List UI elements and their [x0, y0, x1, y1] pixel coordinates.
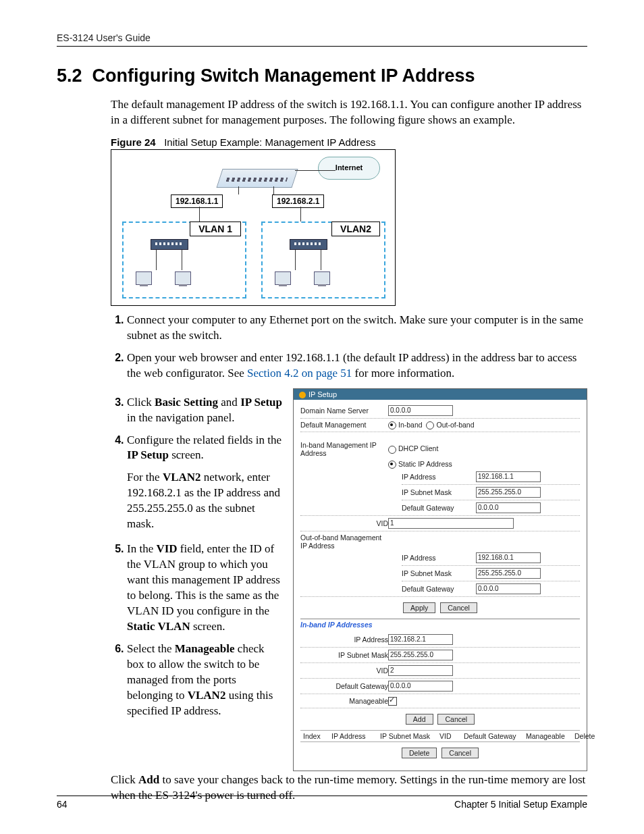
add-button[interactable]: Add	[406, 714, 433, 725]
radio-dhcp[interactable]	[388, 446, 396, 454]
two-column-region: Click Basic Setting and IP Setup in the …	[57, 388, 587, 771]
label-inband-hdr: In-band Management IP Address	[300, 441, 388, 457]
ip-label-2: 192.168.2.1	[272, 194, 324, 208]
outband-gw-input[interactable]: 0.0.0.0	[476, 583, 541, 594]
page-footer: 64 Chapter 5 Initial Setup Example	[57, 796, 587, 810]
radio-static[interactable]	[388, 461, 396, 469]
outband-ip-input[interactable]: 192.168.0.1	[476, 552, 541, 563]
mini-switch-icon	[290, 239, 327, 250]
diagram-link	[295, 170, 336, 171]
titlebar-dot-icon	[299, 392, 306, 398]
chapter-label: Chapter 5 Initial Setup Example	[454, 799, 587, 810]
step-3: Click Basic Setting and IP Setup in the …	[127, 395, 286, 426]
delete-button[interactable]: Delete	[402, 748, 437, 758]
inband-vid-input[interactable]: 1	[388, 518, 514, 529]
dns-input[interactable]: 0.0.0.0	[388, 405, 453, 416]
add-ip-input[interactable]: 192.168.2.1	[388, 634, 453, 645]
step-5: In the VID field, enter the ID of the VL…	[127, 542, 286, 635]
label-outband-hdr: Out-of-band Management IP Address	[300, 533, 388, 550]
ip-setup-screenshot: IP Setup Domain Name Server 0.0.0.0 Defa…	[293, 388, 587, 771]
figure-caption: Figure 24 Initial Setup Example: Managem…	[111, 136, 587, 148]
cancel-button[interactable]: Cancel	[440, 602, 477, 613]
diagram-link	[295, 250, 296, 270]
address-table-header: Index IP Address IP Subnet Mask VID Defa…	[300, 730, 580, 742]
cancel-button-3[interactable]: Cancel	[441, 748, 479, 758]
add-mask-input[interactable]: 255.255.255.0	[388, 650, 453, 660]
inband-addresses-header: In-band IP Addresses	[300, 619, 580, 629]
manageable-checkbox[interactable]	[388, 697, 397, 706]
internet-cloud-icon: Internet	[318, 157, 380, 180]
apply-button[interactable]: Apply	[403, 602, 435, 613]
xref-link[interactable]: Section 4.2 on page 51	[247, 367, 352, 380]
diagram-link	[300, 207, 301, 221]
diagram-link	[156, 250, 157, 270]
running-header: ES-3124 User's Guide	[57, 32, 587, 47]
label-dns: Domain Name Server	[300, 407, 388, 415]
steps-column: Click Basic Setting and IP Setup in the …	[57, 388, 286, 771]
label-gw: Default Gateway	[402, 504, 476, 512]
label-ip: IP Address	[402, 473, 476, 481]
diagram-link	[273, 186, 274, 194]
label-default-mgmt: Default Management	[300, 421, 388, 429]
vlan2-label: VLAN2	[331, 221, 380, 236]
section-title-text: Configuring Switch Management IP Address	[92, 66, 475, 86]
label-mask: IP Subnet Mask	[402, 488, 476, 496]
mini-switch-icon	[151, 239, 188, 250]
vlan1-area: VLAN 1	[122, 221, 246, 298]
page: ES-3124 User's Guide 5.2 Configuring Swi…	[0, 0, 644, 834]
inband-mask-input[interactable]: 255.255.255.0	[476, 487, 541, 498]
ip-label-1: 192.168.1.1	[171, 194, 223, 208]
step-2: Open your web browser and enter 192.168.…	[127, 350, 587, 382]
step-6: Select the Manageable check box to allow…	[127, 642, 286, 719]
inband-gw-input[interactable]: 0.0.0.0	[476, 502, 541, 513]
step-1: Connect your computer to any Ethernet po…	[127, 313, 587, 344]
ip-setup-title: IP Setup	[308, 390, 337, 398]
step-4: Configure the related fields in the IP S…	[127, 433, 286, 533]
radio-outband[interactable]	[426, 421, 434, 429]
vlan2-area: VLAN2	[261, 221, 385, 298]
label-vid: VID	[300, 519, 388, 527]
pc-icon	[275, 271, 291, 285]
pc-icon	[314, 271, 330, 285]
section-number: 5.2	[57, 66, 82, 86]
ip-setup-titlebar: IP Setup	[294, 389, 587, 400]
pc-icon	[175, 271, 191, 285]
figure-caption-text: Initial Setup Example: Management IP Add…	[164, 136, 375, 148]
diagram-link	[238, 186, 239, 194]
switch-icon	[216, 169, 298, 188]
diagram-link	[182, 250, 182, 270]
diagram-link	[199, 207, 200, 221]
add-vid-input[interactable]: 2	[388, 665, 453, 676]
vlan1-label: VLAN 1	[190, 221, 241, 236]
figure24-diagram: Internet 192.168.1.1 192.168.2.1 VLAN 1 …	[111, 149, 396, 306]
outband-mask-input[interactable]: 255.255.255.0	[476, 568, 541, 579]
add-gw-input[interactable]: 0.0.0.0	[388, 681, 453, 692]
page-number: 64	[57, 799, 68, 810]
intro-paragraph: The default management IP address of the…	[57, 97, 587, 128]
ip-setup-body: Domain Name Server 0.0.0.0 Default Manag…	[294, 400, 587, 771]
pc-icon	[136, 271, 152, 285]
cancel-button-2[interactable]: Cancel	[437, 714, 475, 725]
radio-inband[interactable]	[388, 421, 396, 429]
step-list-continued: Click Basic Setting and IP Setup in the …	[57, 395, 286, 719]
inband-ip-input[interactable]: 192.168.1.1	[476, 471, 541, 482]
diagram-link	[321, 250, 321, 270]
step-list: Connect your computer to any Ethernet po…	[57, 313, 587, 382]
figure-label: Figure 24	[111, 136, 156, 148]
section-heading: 5.2 Configuring Switch Management IP Add…	[57, 66, 587, 86]
